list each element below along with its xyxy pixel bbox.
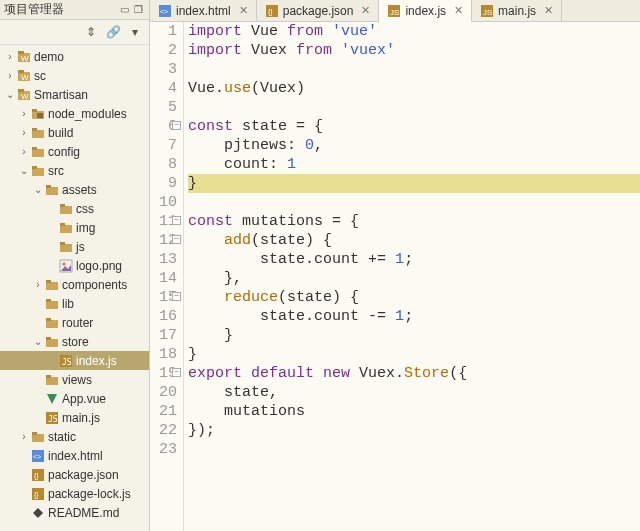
tree-node-lib[interactable]: lib (0, 294, 149, 313)
close-tab-icon[interactable]: ✕ (361, 4, 370, 17)
tree-node-build[interactable]: ›build (0, 123, 149, 142)
code-line[interactable]: const state = { (188, 117, 640, 136)
code-line[interactable]: import Vuex from 'vuex' (188, 41, 640, 60)
code-line[interactable]: state, (188, 383, 640, 402)
tree-node-index-html[interactable]: <>index.html (0, 446, 149, 465)
code-line[interactable]: export default new Vuex.Store({ (188, 364, 640, 383)
tree-node-main-js[interactable]: JSmain.js (0, 408, 149, 427)
collapse-all-icon[interactable]: ⇕ (83, 24, 99, 40)
code-line[interactable]: count: 1 (188, 155, 640, 174)
svg-rect-29 (46, 282, 58, 290)
token-op: }, (224, 270, 242, 287)
tree-node-package-lock-js[interactable]: {}package-lock.js (0, 484, 149, 503)
token-pln (188, 327, 224, 344)
tree-node-assets[interactable]: ⌄assets (0, 180, 149, 199)
token-str: 'vuex' (341, 42, 395, 59)
tree-label: js (74, 240, 85, 254)
code-line[interactable]: } (188, 345, 640, 364)
code-line[interactable]: add(state) { (188, 231, 640, 250)
expand-caret-icon[interactable]: ⌄ (32, 336, 44, 347)
tree-label: img (74, 221, 95, 235)
line-number: 15− (150, 288, 177, 307)
tree-node-router[interactable]: router (0, 313, 149, 332)
code-line[interactable]: const mutations = { (188, 212, 640, 231)
expand-caret-icon[interactable]: › (18, 146, 30, 157)
fold-marker-icon[interactable]: − (172, 121, 181, 130)
tree-node-sc[interactable]: ›Wsc (0, 66, 149, 85)
expand-caret-icon[interactable]: › (18, 127, 30, 138)
maximize-icon[interactable]: ❐ (131, 3, 145, 17)
tree-node-img[interactable]: img (0, 218, 149, 237)
close-tab-icon[interactable]: ✕ (544, 4, 553, 17)
expand-caret-icon[interactable]: ⌄ (4, 89, 16, 100)
fld-icon (44, 316, 60, 330)
expand-caret-icon[interactable]: › (32, 279, 44, 290)
tab-main-js[interactable]: JSmain.js✕ (472, 0, 562, 21)
line-number: 6− (150, 117, 177, 136)
fold-marker-icon[interactable]: − (172, 235, 181, 244)
tree-node-views[interactable]: views (0, 370, 149, 389)
code-line[interactable] (188, 98, 640, 117)
fold-marker-icon[interactable]: − (172, 368, 181, 377)
code-line[interactable]: pjtnews: 0, (188, 136, 640, 155)
tree-node-app-vue[interactable]: App.vue (0, 389, 149, 408)
code-line[interactable]: } (188, 174, 640, 193)
tree-node-static[interactable]: ›static (0, 427, 149, 446)
tab-package-json[interactable]: {}package.json✕ (257, 0, 380, 21)
code-content[interactable]: import Vue from 'vue'import Vuex from 'v… (184, 22, 640, 531)
expand-caret-icon[interactable]: ⌄ (32, 184, 44, 195)
fold-marker-icon[interactable]: − (172, 292, 181, 301)
code-line[interactable]: }, (188, 269, 640, 288)
file-tree[interactable]: ›Wdemo›Wsc⌄WSmartisan›node_modules›build… (0, 45, 149, 531)
svg-rect-33 (46, 320, 58, 328)
token-op: += (368, 251, 386, 268)
expand-caret-icon[interactable]: › (4, 70, 16, 81)
svg-text:W: W (21, 92, 29, 101)
tab-index-html[interactable]: <>index.html✕ (150, 0, 257, 21)
tree-node-css[interactable]: css (0, 199, 149, 218)
tree-node-node_modules[interactable]: ›node_modules (0, 104, 149, 123)
tree-node-logo-png[interactable]: logo.png (0, 256, 149, 275)
code-line[interactable] (188, 193, 640, 212)
code-line[interactable]: state.count -= 1; (188, 307, 640, 326)
line-number: 13 (150, 250, 177, 269)
tree-node-package-json[interactable]: {}package.json (0, 465, 149, 484)
view-menu-icon[interactable]: ▾ (127, 24, 143, 40)
minimize-icon[interactable]: ▭ (117, 3, 131, 17)
expand-caret-icon[interactable]: ⌄ (18, 165, 30, 176)
code-line[interactable]: state.count += 1; (188, 250, 640, 269)
expand-caret-icon[interactable]: › (18, 431, 30, 442)
tree-node-store[interactable]: ⌄store (0, 332, 149, 351)
code-line[interactable] (188, 60, 640, 79)
tree-node-js[interactable]: js (0, 237, 149, 256)
code-line[interactable] (188, 440, 640, 459)
code-editor[interactable]: 123456−7891011−12−131415−16171819−202122… (150, 22, 640, 531)
link-editor-icon[interactable]: 🔗 (105, 24, 121, 40)
close-tab-icon[interactable]: ✕ (454, 4, 463, 17)
tree-label: build (46, 126, 73, 140)
expand-caret-icon[interactable]: › (18, 108, 30, 119)
token-num: 1 (395, 251, 404, 268)
tree-node-smartisan[interactable]: ⌄WSmartisan (0, 85, 149, 104)
line-number: 18 (150, 345, 177, 364)
code-line[interactable]: reduce(state) { (188, 288, 640, 307)
code-line[interactable]: } (188, 326, 640, 345)
fold-marker-icon[interactable]: − (172, 216, 181, 225)
tree-label: views (60, 373, 92, 387)
code-line[interactable]: Vue.use(Vuex) (188, 79, 640, 98)
tree-node-components[interactable]: ›components (0, 275, 149, 294)
code-line[interactable]: mutations (188, 402, 640, 421)
code-line[interactable]: import Vue from 'vue' (188, 22, 640, 41)
token-kw: const (188, 118, 233, 135)
line-number: 9 (150, 174, 177, 193)
close-tab-icon[interactable]: ✕ (239, 4, 248, 17)
tree-node-index-js[interactable]: JSindex.js (0, 351, 149, 370)
tab-index-js[interactable]: JSindex.js✕ (379, 0, 472, 22)
tree-node-readme-md[interactable]: README.md (0, 503, 149, 522)
tree-node-demo[interactable]: ›Wdemo (0, 47, 149, 66)
tree-node-config[interactable]: ›config (0, 142, 149, 161)
tree-node-src[interactable]: ⌄src (0, 161, 149, 180)
svg-rect-32 (46, 299, 51, 302)
code-line[interactable]: }); (188, 421, 640, 440)
expand-caret-icon[interactable]: › (4, 51, 16, 62)
